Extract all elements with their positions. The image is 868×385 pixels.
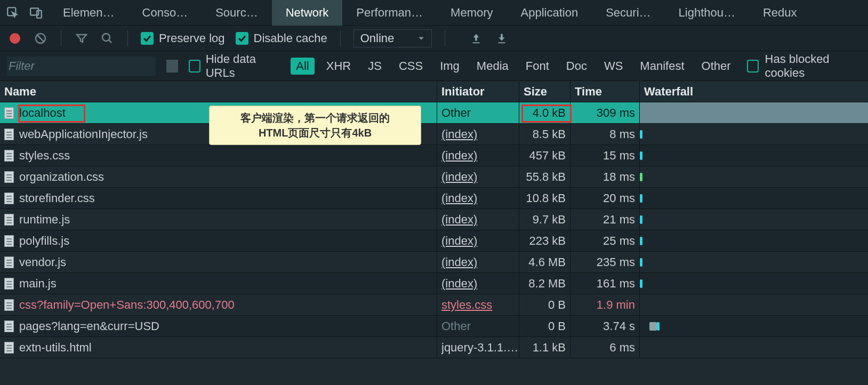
blocked-cookies-checkbox[interactable]: Has blocked cookies (747, 52, 862, 80)
table-row[interactable]: styles.css(index)457 kB15 ms (0, 145, 868, 166)
disable-cache-label: Disable cache (254, 31, 327, 45)
cell-time: 21 ms (570, 209, 640, 230)
request-name: runtime.js (19, 213, 70, 227)
request-name: main.js (19, 277, 57, 291)
filter-chip-font[interactable]: Font (520, 58, 554, 75)
request-name: vendor.js (19, 255, 66, 269)
file-icon (4, 214, 14, 226)
table-row[interactable]: css?family=Open+Sans:300,400,600,700styl… (0, 294, 868, 316)
tab-sourc[interactable]: Sourc… (202, 0, 271, 26)
filter-chip-other[interactable]: Other (696, 58, 736, 75)
cell-size: 223 kB (519, 230, 570, 251)
cell-initiator[interactable]: (index) (437, 145, 519, 166)
request-name: organization.css (19, 170, 104, 184)
devtools-tabs: Elemen…Conso…Sourc…NetworkPerforman…Memo… (0, 0, 868, 26)
filter-chip-ws[interactable]: WS (599, 58, 628, 75)
svg-line-4 (37, 35, 44, 42)
preserve-log-checkbox[interactable]: Preserve log (141, 31, 225, 45)
table-row[interactable]: polyfills.js(index)223 kB25 ms (0, 230, 868, 252)
table-row[interactable]: vendor.js(index)4.6 MB235 ms (0, 252, 868, 273)
table-row[interactable]: main.js(index)8.2 MB161 ms (0, 273, 868, 294)
hide-data-urls-checkbox[interactable]: Hide data URLs (189, 52, 280, 80)
cell-name: runtime.js (0, 209, 437, 230)
clear-button[interactable] (33, 31, 48, 46)
file-icon (4, 235, 14, 247)
cell-time: 1.9 min (570, 294, 640, 315)
cell-initiator[interactable]: (index) (437, 252, 519, 272)
filter-chip-manifest[interactable]: Manifest (634, 58, 689, 75)
filter-chip-img[interactable]: Img (435, 58, 465, 75)
hide-data-urls-label: Hide data URLs (206, 52, 280, 80)
download-har-icon[interactable] (494, 31, 509, 46)
search-icon[interactable] (100, 31, 115, 46)
cell-initiator[interactable]: Other (437, 316, 519, 336)
cell-initiator[interactable]: (index) (437, 273, 519, 294)
throttling-select[interactable]: Online (353, 29, 432, 47)
file-icon (4, 299, 14, 311)
file-icon (4, 171, 14, 183)
cell-initiator[interactable]: jquery-3.1.1.… (437, 337, 519, 358)
tab-application[interactable]: Application (507, 0, 592, 26)
filter-chip-all[interactable]: All (291, 58, 314, 75)
cell-initiator[interactable]: (index) (437, 166, 519, 187)
table-row[interactable]: extn-utils.htmljquery-3.1.1.…1.1 kB6 ms (0, 337, 868, 358)
cell-initiator[interactable]: (index) (437, 188, 519, 208)
table-row[interactable]: webApplicationInjector.js(index)8.5 kB8 … (0, 124, 868, 145)
table-row[interactable]: storefinder.css(index)10.8 kB20 ms (0, 188, 868, 209)
cell-name: css?family=Open+Sans:300,400,600,700 (0, 294, 437, 315)
cell-name: styles.css (0, 145, 437, 166)
invert-filter-icon[interactable] (166, 60, 178, 73)
checkbox-checked-icon (236, 32, 248, 45)
table-row[interactable]: runtime.js(index)9.7 kB21 ms (0, 209, 868, 230)
col-time[interactable]: Time (570, 81, 640, 102)
disable-cache-checkbox[interactable]: Disable cache (236, 31, 327, 45)
record-button[interactable] (7, 31, 22, 46)
device-toggle-icon[interactable] (29, 5, 44, 20)
file-icon (4, 342, 14, 354)
checkbox-checked-icon (141, 32, 154, 45)
filter-input[interactable] (6, 57, 156, 76)
tab-elemen[interactable]: Elemen… (49, 0, 128, 26)
cell-initiator[interactable]: (index) (437, 230, 519, 251)
cell-initiator[interactable]: (index) (437, 209, 519, 230)
chevron-down-icon (417, 35, 425, 42)
filter-toggle-icon[interactable] (74, 31, 89, 46)
cell-time: 235 ms (570, 252, 640, 272)
upload-har-icon[interactable] (469, 31, 484, 46)
cell-size: 457 kB (519, 145, 570, 166)
tab-performan[interactable]: Performan… (342, 0, 437, 26)
cell-size: 0 B (519, 316, 570, 336)
filter-chip-media[interactable]: Media (471, 58, 514, 75)
cell-size: 4.0 kB (519, 102, 570, 123)
col-name[interactable]: Name (0, 81, 437, 102)
filter-chip-doc[interactable]: Doc (561, 58, 592, 75)
cell-initiator[interactable]: (index) (437, 124, 519, 145)
tab-lighthou[interactable]: Lighthou… (665, 0, 749, 26)
col-waterfall[interactable]: Waterfall (640, 81, 868, 102)
table-row[interactable]: localhostOther4.0 kB309 ms (0, 102, 868, 124)
file-icon (4, 107, 14, 119)
request-name: styles.css (19, 149, 70, 163)
cell-waterfall (640, 230, 868, 251)
tab-network[interactable]: Network (272, 0, 343, 26)
cell-initiator[interactable]: styles.css (437, 294, 519, 315)
tab-securi[interactable]: Securi… (592, 0, 664, 26)
cell-name: pages?lang=en&curr=USD (0, 316, 437, 336)
cell-name: organization.css (0, 166, 437, 187)
filter-chip-js[interactable]: JS (363, 58, 387, 75)
tab-redux[interactable]: Redux (749, 0, 811, 26)
inspect-icon[interactable] (5, 5, 20, 20)
network-filters: Hide data URLs AllXHRJSCSSImgMediaFontDo… (0, 51, 868, 81)
table-row[interactable]: organization.css(index)55.8 kB18 ms (0, 166, 868, 188)
tab-conso[interactable]: Conso… (128, 0, 202, 26)
cell-waterfall (640, 252, 868, 272)
col-size[interactable]: Size (519, 81, 570, 102)
filter-chip-xhr[interactable]: XHR (321, 58, 356, 75)
filter-chip-css[interactable]: CSS (393, 58, 428, 75)
tab-memory[interactable]: Memory (437, 0, 507, 26)
cell-initiator[interactable]: Other (437, 102, 519, 123)
col-initiator[interactable]: Initiator (437, 81, 519, 102)
file-icon (4, 320, 14, 332)
cell-time: 161 ms (570, 273, 640, 294)
table-row[interactable]: pages?lang=en&curr=USDOther0 B3.74 s (0, 316, 868, 337)
